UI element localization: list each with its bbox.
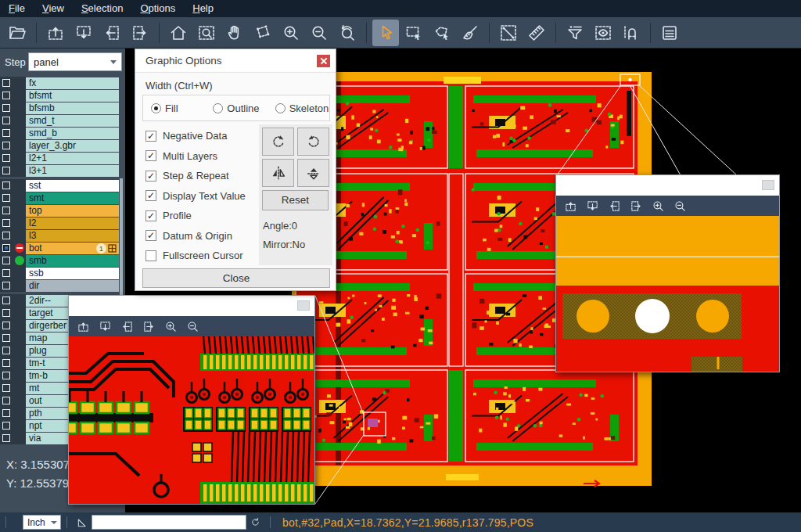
measure-distance-button[interactable] (495, 20, 522, 46)
ruler-button[interactable] (523, 20, 550, 46)
layer-label[interactable]: l3+1 (26, 165, 119, 177)
layer-visibility-checkbox[interactable] (2, 232, 10, 239)
pan-right-button[interactable] (127, 20, 153, 46)
checkbox[interactable] (145, 250, 156, 261)
layer-visibility-checkbox[interactable] (2, 384, 10, 392)
layer-row-l2+1[interactable]: l2+1 (0, 152, 125, 164)
layer-row-sst[interactable]: sst (0, 179, 125, 192)
layer-visibility-checkbox[interactable] (2, 182, 10, 189)
layer-label[interactable]: top (26, 205, 119, 217)
pan-right-button[interactable] (627, 197, 645, 214)
zoom-window-button[interactable] (193, 20, 220, 46)
layer-visibility-checkbox[interactable] (2, 397, 10, 404)
layer-row-dir[interactable]: dir (0, 279, 125, 292)
layer-visibility-checkbox[interactable] (2, 167, 10, 174)
layer-row-bfsmt[interactable]: bfsmt (0, 89, 125, 102)
layer-visibility-checkbox[interactable] (2, 409, 10, 417)
layer-visibility-checkbox[interactable] (2, 309, 10, 317)
checkbox[interactable]: ✓ (145, 131, 156, 142)
layer-label[interactable]: smd_t (26, 115, 119, 127)
zoom-in-button[interactable] (161, 318, 180, 335)
layer-visibility-checkbox[interactable] (2, 79, 10, 87)
layer-visibility-checkbox[interactable] (2, 207, 10, 214)
step-select[interactable]: panel (28, 52, 122, 71)
layer-row-fx[interactable]: fx (0, 77, 125, 89)
layer-row-l3[interactable]: l3 (0, 229, 125, 242)
menu-item-selection[interactable]: Selection (73, 0, 131, 17)
layer-visibility-checkbox[interactable] (2, 297, 10, 304)
layer-visibility-checkbox[interactable] (2, 154, 10, 162)
layer-row-smd_t[interactable]: smd_t (0, 114, 125, 127)
option-display-text-value[interactable]: ✓Display Text Value (145, 186, 246, 207)
layer-label[interactable]: smd_b (26, 128, 119, 139)
checkbox[interactable]: ✓ (145, 210, 156, 221)
layer-label[interactable]: layer_3.gbr (26, 140, 119, 152)
layer-row-l2[interactable]: l2 (0, 217, 125, 229)
layer-label[interactable]: bfsmt (26, 90, 119, 102)
pan-up-button[interactable] (561, 197, 580, 214)
radio-button[interactable] (151, 103, 161, 113)
window-menu-button[interactable] (297, 300, 310, 311)
layer-row-ssb[interactable]: ssb (0, 267, 125, 279)
layer-visibility-checkbox[interactable] (2, 92, 10, 99)
layer-visibility-checkbox[interactable] (2, 269, 10, 277)
layer-visibility-checkbox[interactable] (2, 372, 10, 379)
zoom-area-button[interactable] (250, 20, 276, 46)
layer-visibility-checkbox[interactable] (2, 334, 10, 342)
unit-select[interactable]: Inch (23, 515, 61, 530)
layer-visibility-checkbox[interactable] (2, 359, 10, 367)
pan-left-button[interactable] (99, 20, 125, 46)
layer-row-layer_3.gbr[interactable]: layer_3.gbr (0, 139, 125, 152)
layer-label[interactable]: l2+1 (26, 153, 119, 164)
clean-brush-button[interactable] (457, 20, 483, 46)
layer-visibility-checkbox[interactable] (2, 257, 10, 264)
rotate-ccw-button[interactable] (297, 128, 329, 156)
checkbox[interactable]: ✓ (145, 230, 156, 241)
pan-left-button[interactable] (605, 197, 623, 214)
option-fullscreen-cursor[interactable]: Fullscreen Cursor (145, 246, 246, 266)
window-title-bar[interactable] (556, 175, 779, 196)
layer-visibility-checkbox[interactable] (2, 322, 10, 329)
menu-item-options[interactable]: Options (131, 0, 184, 17)
open-folder-button[interactable] (4, 20, 31, 46)
radio-button[interactable] (213, 103, 223, 113)
pan-down-button[interactable] (583, 197, 602, 214)
layer-visibility-checkbox[interactable] (2, 434, 10, 442)
pan-up-button[interactable] (42, 20, 69, 46)
zoom-out-button[interactable] (306, 20, 332, 46)
radio-skeleton[interactable]: Skeleton (275, 102, 329, 114)
pan-right-button[interactable] (139, 318, 158, 335)
mirror-v-button[interactable] (297, 159, 329, 187)
close-icon[interactable] (317, 55, 330, 67)
layer-row-smt[interactable]: smt (0, 192, 125, 204)
pan-down-button[interactable] (95, 318, 114, 335)
pan-down-button[interactable] (70, 20, 97, 46)
layer-label[interactable]: l3 (26, 230, 119, 242)
pan-hand-button[interactable] (221, 20, 248, 46)
sync-icon[interactable] (250, 516, 261, 528)
layer-row-l3+1[interactable]: l3+1 (0, 164, 125, 177)
layer-row-top[interactable]: top (0, 204, 125, 217)
layer-label[interactable]: l2 (26, 217, 119, 229)
dialog-title-bar[interactable]: Graphic Options (135, 49, 336, 73)
radio-button[interactable] (275, 103, 286, 113)
view-options-button[interactable] (590, 20, 616, 46)
option-multi-layers[interactable]: ✓Multi Layers (145, 146, 246, 167)
layer-visibility-checkbox[interactable] (2, 244, 10, 252)
layer-label[interactable]: sst (26, 180, 119, 192)
zoom-out-button[interactable] (183, 318, 202, 335)
layer-label[interactable]: smb (26, 255, 119, 267)
checkbox[interactable]: ✓ (145, 190, 156, 201)
mirror-h-button[interactable] (262, 159, 294, 187)
layer-visibility-checkbox[interactable] (2, 282, 10, 289)
layer-label[interactable]: dir (26, 280, 119, 292)
layer-row-smb[interactable]: smb (0, 254, 125, 267)
pan-up-button[interactable] (74, 318, 92, 335)
close-button[interactable]: Close (142, 268, 330, 288)
layer-label[interactable]: bfsmb (26, 102, 119, 114)
command-input[interactable] (92, 515, 246, 530)
polygon-select-button[interactable] (429, 20, 455, 46)
zoom-out-button[interactable] (670, 197, 689, 214)
reset-button[interactable]: Reset (262, 190, 329, 210)
rect-select-button[interactable] (400, 20, 427, 46)
